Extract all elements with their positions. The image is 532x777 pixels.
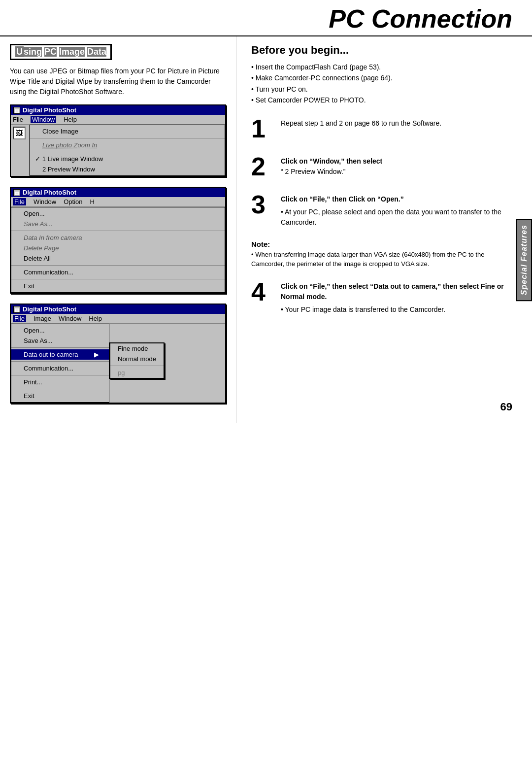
page-title: PC Connection bbox=[329, 4, 512, 33]
step-2-text: Click on “Window,” then select “ 2 Previ… bbox=[281, 154, 382, 177]
dialog3-sub-normal[interactable]: Normal mode bbox=[110, 354, 164, 364]
before-title: Before you begin... bbox=[251, 44, 517, 57]
dialog2-item-saveas[interactable]: Save As... bbox=[11, 219, 225, 229]
dialog1-title: Digital PhotoShot bbox=[23, 106, 76, 114]
page-header: PC Connection bbox=[0, 0, 532, 36]
special-features-tab[interactable]: Special Features bbox=[516, 219, 532, 301]
step-3: 3 Click on “File,” then Click on “Open.”… bbox=[251, 192, 517, 228]
dialog3-data-out-label: Data out to camera bbox=[24, 351, 78, 358]
dialog3-sep4 bbox=[11, 389, 109, 389]
dialog3-icon: ▤ bbox=[13, 306, 20, 313]
dialog2-sep2 bbox=[11, 265, 225, 266]
dialog2-menu-file[interactable]: File bbox=[13, 198, 26, 205]
dialog1-dropdown: Close Image Live photo Zoom In ✓ 1 Live … bbox=[30, 125, 225, 176]
before-list: Insert the CompactFlash Card (page 53). … bbox=[251, 62, 517, 106]
step-4-text: Click on “File,” then select “Data out t… bbox=[281, 279, 517, 315]
dialog2-dropdown: Open... Save As... Data In from camera D… bbox=[11, 207, 225, 293]
step-2-sub: “ 2 Preview Window.” bbox=[281, 168, 345, 175]
dialog2-sep3 bbox=[11, 279, 225, 279]
section-title-img: Image bbox=[59, 47, 85, 57]
step-2-number: 2 bbox=[251, 154, 273, 179]
dialog2-item-delete-all[interactable]: Delete All bbox=[11, 253, 225, 264]
note-section: Note: When transferring image data large… bbox=[251, 240, 517, 269]
dialog3-menu-help[interactable]: Help bbox=[89, 315, 102, 322]
step-4-bold: Click on “File,” then select “Data out t… bbox=[281, 282, 504, 301]
dialog2-item-delete-page[interactable]: Delete Page bbox=[11, 243, 225, 253]
dialog3-title: Digital PhotoShot bbox=[23, 305, 76, 313]
dialog3-item-saveas[interactable]: Save As... bbox=[11, 336, 109, 346]
dialog2-menu-h[interactable]: H bbox=[90, 198, 95, 205]
left-column: Using PC Image Data You can use JPEG or … bbox=[0, 36, 236, 423]
dialog1-menubar: File Window Help bbox=[11, 115, 225, 125]
dialog3-item-open[interactable]: Open... bbox=[11, 325, 109, 336]
dialog3-item-communication[interactable]: Communication... bbox=[11, 363, 109, 373]
dialog1-item-close-image[interactable]: Close Image bbox=[30, 126, 225, 136]
dialog1-icon: ▤ bbox=[13, 107, 20, 114]
step-3-bold: Click on “File,” then Click on “Open.” bbox=[281, 195, 404, 203]
intro-text: You can use JPEG or Bitmap files from yo… bbox=[10, 66, 226, 97]
dialog2-body: Open... Save As... Data In from camera D… bbox=[11, 207, 225, 293]
dialog1-menu-file[interactable]: File bbox=[13, 116, 23, 123]
dialog3-menu-file[interactable]: File bbox=[13, 315, 26, 322]
dialog3-menu-image[interactable]: Image bbox=[33, 315, 51, 322]
dialog1-item-2-preview[interactable]: 2 Preview Window bbox=[30, 164, 225, 174]
dialog1-sidebar-icon: 🖼 bbox=[13, 127, 26, 139]
dialog3-menu-window[interactable]: Window bbox=[59, 315, 81, 322]
section-title-data: Data bbox=[87, 47, 106, 57]
before-item-2: Make Camcorder-PC connections (page 64). bbox=[251, 72, 517, 83]
dialog1-item-1-live[interactable]: ✓ 1 Live image Window bbox=[30, 154, 225, 164]
dialog3-item-exit[interactable]: Exit bbox=[11, 391, 109, 401]
dialog1-window: ▤ Digital PhotoShot File Window Help 🖼 C… bbox=[10, 104, 226, 177]
step-1-content: Repeat step 1 and 2 on page 66 to run th… bbox=[281, 119, 441, 127]
step-2: 2 Click on “Window,” then select “ 2 Pre… bbox=[251, 154, 517, 179]
right-column: Before you begin... Insert the CompactFl… bbox=[236, 36, 532, 423]
dialog3-sub-fine[interactable]: Fine mode bbox=[110, 343, 164, 354]
dialog2-menubar: File Window Option H bbox=[11, 197, 225, 207]
section-title: Using PC Image Data bbox=[10, 44, 226, 60]
dialog1-body: 🖼 Close Image Live photo Zoom In ✓ 1 Liv… bbox=[11, 125, 225, 176]
dialog3-sep2 bbox=[11, 361, 109, 362]
dialog2-menu-window[interactable]: Window bbox=[33, 198, 56, 205]
step-4: 4 Click on “File,” then select “Data out… bbox=[251, 279, 517, 315]
dialog3-sub-sep bbox=[110, 366, 164, 366]
dialog3-arrow-icon: ▶ bbox=[94, 351, 99, 358]
dialog2-menu-option[interactable]: Option bbox=[64, 198, 82, 205]
dialog3-sep1 bbox=[11, 347, 109, 348]
before-begin-section: Before you begin... Insert the CompactFl… bbox=[251, 44, 517, 106]
dialog1-menu-help[interactable]: Help bbox=[64, 116, 77, 123]
step-3-number: 3 bbox=[251, 192, 273, 217]
dialog1-sep1 bbox=[30, 138, 225, 138]
step-1: 1 Repeat step 1 and 2 on page 66 to run … bbox=[251, 116, 517, 141]
section-title-text: U bbox=[15, 46, 24, 57]
dialog2-window: ▤ Digital PhotoShot File Window Option H… bbox=[10, 187, 226, 294]
dialog1-menu-window[interactable]: Window bbox=[31, 116, 56, 123]
dialog3-titlebar: ▤ Digital PhotoShot bbox=[11, 304, 225, 314]
note-title: Note: bbox=[251, 240, 517, 248]
dialog3-dropdown: Open... Save As... Data out to camera ▶ … bbox=[11, 324, 109, 403]
dialog3-item-print[interactable]: Print... bbox=[11, 377, 109, 387]
before-item-1: Insert the CompactFlash Card (page 53). bbox=[251, 62, 517, 72]
before-item-4: Set Camcorder POWER to PHOTO. bbox=[251, 95, 517, 105]
dialog2-sep1 bbox=[11, 231, 225, 231]
step-3-list: At your PC, please select and open the d… bbox=[281, 207, 517, 228]
dialog3-body: Open... Save As... Data out to camera ▶ … bbox=[11, 324, 225, 403]
dialog2-item-data-in[interactable]: Data In from camera bbox=[11, 233, 225, 243]
dialog3-item-data-out[interactable]: Data out to camera ▶ bbox=[11, 349, 109, 360]
dialog2-item-communication[interactable]: Communication... bbox=[11, 267, 225, 277]
step-3-sub: At your PC, please select and open the d… bbox=[281, 207, 517, 228]
note-text: When transferring image data larger than… bbox=[251, 250, 517, 269]
dialog1-item-live-zoom[interactable]: Live photo Zoom In bbox=[30, 140, 225, 150]
dialog3-sep3 bbox=[11, 375, 109, 375]
step-2-bold: Click on “Window,” then select bbox=[281, 157, 382, 165]
step-4-number: 4 bbox=[251, 279, 273, 304]
step-3-text: Click on “File,” then Click on “Open.” A… bbox=[281, 192, 517, 228]
dialog3-sub-pg: pg bbox=[110, 368, 164, 378]
step-1-number: 1 bbox=[251, 116, 273, 141]
dialog2-item-open[interactable]: Open... bbox=[11, 208, 225, 219]
dialog2-item-exit[interactable]: Exit bbox=[11, 281, 225, 291]
dialog2-title: Digital PhotoShot bbox=[23, 189, 76, 196]
section-title-s: sing bbox=[24, 47, 42, 57]
note-item: When transferring image data larger than… bbox=[251, 250, 517, 269]
section-title-pc: PC bbox=[44, 47, 57, 57]
main-content: Using PC Image Data You can use JPEG or … bbox=[0, 36, 532, 423]
